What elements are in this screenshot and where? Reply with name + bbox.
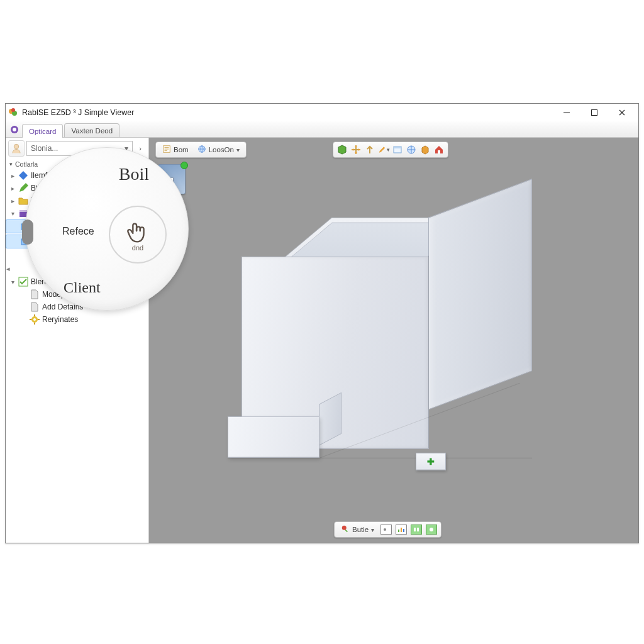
drag-hint: dnd bbox=[109, 206, 167, 264]
model-edge bbox=[428, 256, 429, 448]
document-icon bbox=[30, 289, 40, 299]
diamond-icon bbox=[18, 170, 28, 180]
svg-point-7 bbox=[14, 144, 19, 149]
globe-icon bbox=[197, 145, 206, 155]
svg-rect-36 bbox=[414, 528, 416, 531]
model-box-right bbox=[428, 179, 532, 410]
view-button-bom[interactable]: Bom bbox=[160, 143, 191, 156]
svg-rect-3 bbox=[564, 113, 570, 113]
svg-rect-9 bbox=[19, 210, 27, 212]
expand-icon: ▸ bbox=[9, 172, 16, 179]
tree-item[interactable]: Reryinates bbox=[6, 313, 148, 326]
bottom-button[interactable]: Butie ▾ bbox=[338, 523, 377, 536]
play-button[interactable] bbox=[411, 525, 422, 535]
svg-rect-33 bbox=[398, 530, 399, 532]
button-label: Bom bbox=[174, 146, 189, 153]
model-floor-line bbox=[228, 458, 532, 458]
avatar-icon[interactable] bbox=[8, 140, 25, 157]
minimize-button[interactable] bbox=[553, 104, 580, 121]
chevron-down-icon: ▾ bbox=[9, 161, 13, 167]
arrow-up-icon[interactable] bbox=[364, 143, 376, 156]
model-add-panel[interactable]: ✚ bbox=[416, 453, 446, 470]
globe-icon[interactable] bbox=[405, 143, 418, 156]
window-icon[interactable] bbox=[391, 143, 404, 156]
chevron-down-icon: ▾ bbox=[236, 147, 240, 153]
svg-point-6 bbox=[13, 128, 16, 131]
pencil-icon bbox=[18, 183, 28, 193]
chart-button[interactable] bbox=[396, 525, 407, 535]
svg-point-38 bbox=[430, 528, 433, 531]
home-icon[interactable] bbox=[433, 143, 445, 156]
svg-rect-30 bbox=[345, 530, 348, 532]
tree-label: Reryinates bbox=[42, 315, 78, 324]
maximize-button[interactable] bbox=[580, 104, 608, 121]
svg-rect-4 bbox=[592, 110, 597, 116]
tab-label: Vaxten Deod bbox=[71, 127, 113, 135]
cube-icon[interactable] bbox=[336, 143, 348, 156]
svg-rect-28 bbox=[438, 150, 440, 153]
expand-icon: ▸ bbox=[9, 197, 16, 204]
collapse-icon: ▾ bbox=[9, 279, 16, 286]
svg-point-29 bbox=[342, 526, 347, 530]
button-label: LoosOn bbox=[209, 146, 234, 153]
chevron-down-icon: ▾ bbox=[371, 526, 374, 533]
svg-rect-34 bbox=[401, 528, 402, 532]
screenshot-button[interactable] bbox=[380, 525, 392, 535]
view-button-looson[interactable]: LoosOn ▾ bbox=[195, 143, 242, 156]
check-icon bbox=[18, 277, 28, 287]
pin-icon bbox=[341, 525, 350, 535]
status-dot-icon bbox=[180, 162, 188, 169]
bottom-toolbar: Butie ▾ bbox=[334, 521, 441, 538]
handle-icon[interactable] bbox=[22, 219, 33, 245]
document-icon bbox=[30, 302, 40, 312]
gear-icon bbox=[30, 314, 40, 325]
app-icon bbox=[8, 108, 18, 118]
note-icon bbox=[162, 145, 171, 155]
svg-rect-26 bbox=[394, 147, 401, 148]
folder-icon bbox=[18, 196, 28, 206]
overlay-heading-2: Client bbox=[64, 279, 101, 296]
tab-label: Opticard bbox=[29, 128, 56, 135]
section-label: Cotlarla bbox=[15, 160, 38, 168]
tab-vaxten[interactable]: Vaxten Deod bbox=[64, 123, 119, 137]
magnifier-overlay: Boil Refece dnd Client bbox=[25, 147, 189, 311]
tab-opticard[interactable]: Opticard bbox=[22, 124, 63, 138]
svg-rect-35 bbox=[403, 529, 404, 532]
window-title: RablSE EZ5D ³ J Simple Viewer bbox=[22, 108, 134, 117]
svg-rect-37 bbox=[417, 528, 419, 531]
close-button[interactable] bbox=[608, 104, 636, 121]
title-bar: RablSE EZ5D ³ J Simple Viewer bbox=[6, 104, 638, 121]
box-icon[interactable] bbox=[419, 143, 431, 156]
svg-point-2 bbox=[11, 108, 15, 112]
expand-icon: ▸ bbox=[9, 185, 16, 192]
tab-row: Opticard Vaxten Deod bbox=[6, 121, 638, 138]
svg-point-18 bbox=[33, 318, 36, 321]
plus-icon: ✚ bbox=[427, 457, 435, 467]
drag-hint-label: dnd bbox=[132, 244, 143, 252]
overlay-text: Refece bbox=[62, 226, 94, 237]
viewport[interactable]: Bom LoosOn ▾ ▾ bbox=[149, 138, 638, 543]
view-toolbar: Bom LoosOn ▾ bbox=[155, 142, 247, 158]
move-icon[interactable] bbox=[350, 143, 362, 156]
svg-point-32 bbox=[384, 528, 386, 531]
button-label: Butie bbox=[352, 526, 369, 533]
combo-text: Slonia... bbox=[31, 144, 58, 153]
model-stage: ✚ bbox=[255, 190, 532, 479]
record-button[interactable] bbox=[426, 525, 437, 535]
model-block-front bbox=[228, 416, 319, 458]
overlay-heading: Boil bbox=[119, 164, 149, 184]
top-toolbar: ▾ bbox=[333, 142, 448, 158]
tab-icon bbox=[9, 125, 19, 137]
collapse-icon: ▾ bbox=[9, 210, 16, 217]
collapse-left-icon[interactable]: ◂ bbox=[6, 265, 11, 273]
brush-icon[interactable]: ▾ bbox=[377, 143, 390, 156]
